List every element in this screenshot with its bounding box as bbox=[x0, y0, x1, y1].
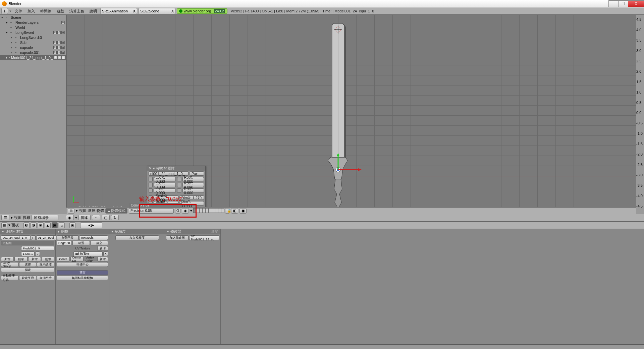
locz-field[interactable]: LocZ: 0.000 bbox=[154, 188, 176, 193]
menu-help[interactable]: 說明 bbox=[88, 9, 99, 14]
editor-type-icon[interactable]: ▦ bbox=[1, 222, 7, 228]
noflip-button[interactable]: 無頂點法線翻轉 bbox=[57, 276, 108, 280]
editor-type-icon[interactable]: ℹ bbox=[1, 8, 8, 14]
mat-index[interactable]: 1 Mat 1 bbox=[21, 251, 35, 256]
editing-context-icon[interactable]: ▣ bbox=[52, 222, 58, 228]
script-context-icon[interactable]: ◑ bbox=[31, 222, 37, 228]
scripts-selector[interactable]: 腳本 bbox=[78, 215, 91, 220]
lock-icon[interactable] bbox=[177, 188, 181, 193]
menu-add[interactable]: 加入 bbox=[25, 9, 37, 14]
center-button[interactable]: Cente bbox=[57, 257, 70, 261]
outliner-item[interactable]: ▸▫RenderLayers⟳ bbox=[0, 20, 66, 25]
render-icon[interactable]: ▣ bbox=[239, 208, 247, 214]
add-vc-button[interactable]: 新增 bbox=[97, 257, 108, 261]
menu-timeline[interactable]: 時間線 bbox=[38, 9, 53, 14]
maximize-button[interactable]: ☐ bbox=[618, 0, 628, 7]
shading-context-icon[interactable]: ◉ bbox=[38, 222, 44, 228]
outliner-item[interactable]: ▸▫Scb👁↗▦ bbox=[0, 40, 66, 45]
outliner-item[interactable]: ▸▫Model001_24_equi_1_0_👁↗▦ bbox=[0, 55, 66, 60]
minimize-button[interactable]: — bbox=[608, 0, 619, 7]
del-vg-button[interactable]: 刪除 bbox=[14, 257, 27, 261]
editor-type-icon[interactable]: ◉ bbox=[66, 215, 74, 220]
menu-object[interactable]: 物體 bbox=[97, 208, 104, 213]
make-button[interactable]: 建立 bbox=[91, 241, 108, 245]
lock-icon[interactable]: 🔒 bbox=[225, 208, 230, 214]
texmesh-field[interactable]: TexMesh: bbox=[79, 235, 108, 240]
outliner-item[interactable]: ▸▫capsule👁↗▦ bbox=[0, 45, 66, 50]
shading-selector[interactable]: ◉ bbox=[182, 208, 189, 214]
menu-render[interactable]: 演算上色 bbox=[67, 9, 86, 14]
material-name[interactable]: Model001_M bbox=[21, 246, 54, 251]
object-context-icon[interactable]: ▲ bbox=[45, 222, 51, 228]
sub-context-icon[interactable]: ▣ bbox=[69, 222, 75, 228]
help-button[interactable]: ? bbox=[35, 251, 40, 256]
del-mat-button[interactable]: 刪除 bbox=[42, 257, 54, 261]
website-link[interactable]: www.blender.org249.2 bbox=[177, 8, 227, 14]
menu-view[interactable]: 視圖 bbox=[79, 208, 87, 213]
lock-icon[interactable] bbox=[149, 177, 153, 181]
close-icon[interactable]: ✕ bbox=[149, 166, 152, 171]
layer-buttons[interactable]: 🔒 bbox=[194, 208, 230, 214]
x-button[interactable]: ✕ bbox=[103, 251, 108, 256]
precision-input[interactable]: Precision 0.05 bbox=[129, 208, 174, 214]
lock-icon[interactable] bbox=[149, 188, 153, 193]
render-icon[interactable]: ◧ bbox=[231, 208, 238, 214]
outliner-item[interactable]: ▾▫LongSword👁↗▦ bbox=[0, 30, 66, 35]
uvtex-field[interactable]: ▦ UVTex bbox=[73, 251, 103, 256]
sticky-label[interactable]: 粘置 bbox=[72, 241, 90, 245]
lock-icon[interactable] bbox=[177, 183, 181, 187]
menu-game[interactable]: 遊戲 bbox=[55, 9, 66, 14]
menu-search[interactable]: 搜尋 bbox=[23, 215, 30, 220]
outliner-item[interactable]: ▸▫LongSword:0 bbox=[0, 35, 66, 40]
ok-button[interactable]: O bbox=[175, 208, 180, 214]
outliner-item[interactable]: ▫World bbox=[0, 25, 66, 30]
frame-field[interactable]: ◂ 1 ▸ bbox=[80, 222, 102, 228]
autosmooth-button[interactable]: 自動平滑 bbox=[57, 235, 78, 240]
new-vg-button[interactable]: 新增 bbox=[1, 257, 14, 261]
svg-marker-0 bbox=[334, 179, 342, 209]
outliner-item[interactable]: ▸▫capsule.001👁↗▦ bbox=[0, 50, 66, 55]
center-cursor-button[interactable]: 指標中心 bbox=[57, 262, 108, 267]
scene-context-icon[interactable]: ☼ bbox=[59, 222, 65, 228]
centernew-button[interactable]: Center Ne bbox=[70, 257, 84, 261]
shape-tab[interactable]: 形變 bbox=[211, 229, 218, 234]
lock-icon[interactable] bbox=[177, 177, 181, 181]
lock-icon[interactable] bbox=[149, 183, 153, 187]
panel-menu[interactable]: 面板 bbox=[11, 223, 19, 228]
menu-view[interactable]: 視圖 bbox=[14, 215, 21, 220]
select-button[interactable]: 選擇 bbox=[19, 262, 37, 267]
mode-selector[interactable]: ▲ 物體模式 bbox=[105, 208, 127, 214]
logic-context-icon[interactable]: ◐ bbox=[23, 222, 30, 228]
add-multires-button[interactable]: 加入多精度 bbox=[115, 235, 159, 240]
f-button[interactable]: F bbox=[31, 235, 36, 240]
reload-icon[interactable]: ↻ bbox=[111, 215, 119, 220]
stop-icon[interactable]: ▢ bbox=[102, 215, 110, 220]
assign-button[interactable]: 指定 bbox=[1, 268, 54, 272]
doublesided-button[interactable]: 雙面 bbox=[57, 270, 108, 275]
add-modifier-button[interactable]: 加入修改器 bbox=[166, 235, 189, 240]
menu-file[interactable]: 文件 bbox=[13, 9, 24, 14]
modifier-target[interactable]: To: Model001_24_eq bbox=[189, 235, 219, 240]
new-mat-button[interactable]: 新增 bbox=[28, 257, 41, 261]
display-mode-selector[interactable]: 所有場景 bbox=[32, 215, 58, 220]
editor-type-icon[interactable]: ☰ bbox=[1, 215, 9, 220]
close-button[interactable]: X bbox=[628, 0, 644, 7]
sword-mesh[interactable] bbox=[325, 21, 365, 209]
prev-icon[interactable]: ← bbox=[92, 215, 100, 220]
degr-field[interactable]: Degr: 30 bbox=[57, 241, 72, 245]
setsmooth-button[interactable]: 設定平滑 bbox=[19, 276, 37, 280]
ob-field[interactable]: 001_24_equi_1_0_ bbox=[1, 235, 30, 240]
editor-type-icon[interactable]: ⊞ bbox=[68, 208, 74, 214]
deselect-button[interactable]: 取消選擇 bbox=[37, 262, 54, 267]
screen-selector[interactable]: SR:1-AnimationX bbox=[100, 8, 137, 14]
menu-select[interactable]: 選擇 bbox=[88, 208, 95, 213]
scene-selector[interactable]: SCE:SceneX bbox=[139, 8, 175, 14]
3d-viewport[interactable]: (1) Model001_24_equi_1_0_ ✕▾變換的屬性 el001_… bbox=[66, 15, 636, 214]
autotex-button[interactable]: 自動紋理分佈 bbox=[1, 276, 18, 280]
add-uv-button[interactable]: 新增 bbox=[97, 246, 108, 251]
rotz-field[interactable]: RotZ: 0.000 bbox=[182, 188, 204, 193]
copygroup-button[interactable]: Copy Group bbox=[1, 262, 18, 267]
setsolid-button[interactable]: 取消平滑 bbox=[37, 276, 54, 280]
outliner-item[interactable]: ▾▫Scene bbox=[0, 15, 66, 20]
outliner[interactable]: ▾▫Scene▸▫RenderLayers⟳▫World▾▫LongSword👁… bbox=[0, 15, 66, 214]
